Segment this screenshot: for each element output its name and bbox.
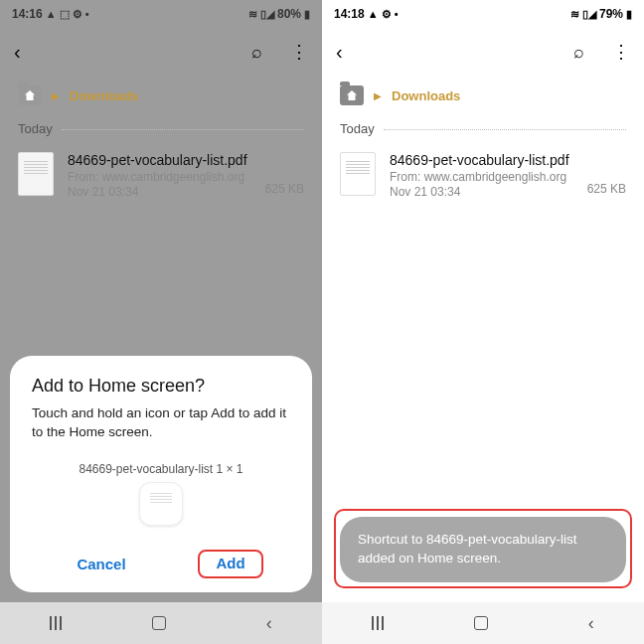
- file-source: From: www.cambridgeenglish.org: [390, 170, 573, 184]
- signal-icon: ▯◢: [260, 8, 274, 21]
- more-icon[interactable]: ⋮: [612, 41, 630, 63]
- battery-icon: ▮: [626, 8, 632, 21]
- signal-icon: ▯◢: [582, 8, 596, 21]
- add-to-home-dialog: Add to Home screen? Touch and hold an ic…: [10, 356, 312, 592]
- nav-back[interactable]: ‹: [588, 613, 594, 634]
- file-source: From: www.cambridgeenglish.org: [68, 170, 251, 184]
- dialog-description: Touch and hold an icon or tap Add to add…: [32, 404, 290, 442]
- wifi-icon: ≋: [248, 8, 257, 21]
- breadcrumb[interactable]: ▶ Downloads: [322, 76, 644, 115]
- breadcrumb-downloads: Downloads: [392, 88, 460, 103]
- breadcrumb-downloads: Downloads: [70, 88, 138, 103]
- navigation-bar: ‹: [0, 602, 322, 644]
- nav-recents[interactable]: [372, 616, 374, 630]
- add-button[interactable]: Add: [198, 550, 262, 578]
- battery-icon: ▮: [304, 8, 310, 21]
- file-row[interactable]: 84669-pet-vocabulary-list.pdf From: www.…: [0, 142, 322, 209]
- status-time: 14:18: [334, 7, 365, 21]
- file-row[interactable]: 84669-pet-vocabulary-list.pdf From: www.…: [322, 142, 644, 209]
- file-name: 84669-pet-vocabulary-list.pdf: [390, 152, 573, 168]
- preview-label: 84669-pet-vocabulary-list 1 × 1: [79, 462, 242, 476]
- chevron-right-icon: ▶: [52, 90, 60, 101]
- battery-percent: 80%: [277, 7, 301, 21]
- phone-right: 14:18 ▲ ⚙ • ≋ ▯◢ 79% ▮ ‹ ⌕ ⋮ ▶ Downloads…: [322, 0, 644, 644]
- battery-percent: 79%: [599, 7, 623, 21]
- home-folder-icon: [340, 85, 364, 105]
- search-icon[interactable]: ⌕: [573, 42, 584, 63]
- file-date: Nov 21 03:34: [390, 185, 573, 199]
- status-indicators: ▲ ⬚ ⚙ •: [46, 8, 89, 21]
- back-button[interactable]: ‹: [336, 41, 343, 64]
- wifi-icon: ≋: [570, 8, 579, 21]
- home-folder-icon: [18, 85, 42, 105]
- nav-home[interactable]: [474, 616, 488, 630]
- status-bar: 14:18 ▲ ⚙ • ≋ ▯◢ 79% ▮: [322, 0, 644, 28]
- more-icon[interactable]: ⋮: [290, 41, 308, 63]
- file-thumbnail-icon: [18, 152, 54, 196]
- navigation-bar: ‹: [322, 602, 644, 644]
- app-bar: ‹ ⌕ ⋮: [322, 28, 644, 76]
- nav-recents[interactable]: [50, 616, 52, 630]
- status-indicators: ▲ ⚙ •: [368, 8, 399, 21]
- file-date: Nov 21 03:34: [68, 185, 251, 199]
- cancel-button[interactable]: Cancel: [59, 550, 143, 578]
- status-time: 14:16: [12, 7, 43, 21]
- file-name: 84669-pet-vocabulary-list.pdf: [68, 152, 251, 168]
- file-size: 625 KB: [587, 182, 626, 196]
- status-bar: 14:16 ▲ ⬚ ⚙ • ≋ ▯◢ 80% ▮: [0, 0, 322, 28]
- search-icon[interactable]: ⌕: [251, 42, 262, 63]
- preview-icon[interactable]: [139, 482, 183, 526]
- toast-message: Shortcut to 84669-pet-vocabulary-list ad…: [340, 517, 626, 582]
- phone-left: 14:16 ▲ ⬚ ⚙ • ≋ ▯◢ 80% ▮ ‹ ⌕ ⋮ ▶ Downloa…: [0, 0, 322, 644]
- file-thumbnail-icon: [340, 152, 376, 196]
- breadcrumb[interactable]: ▶ Downloads: [0, 76, 322, 115]
- dialog-title: Add to Home screen?: [32, 376, 290, 397]
- date-header: Today: [322, 115, 644, 142]
- dialog-preview[interactable]: 84669-pet-vocabulary-list 1 × 1: [32, 462, 290, 526]
- nav-back[interactable]: ‹: [266, 613, 272, 634]
- date-header: Today: [0, 115, 322, 142]
- file-size: 625 KB: [265, 182, 304, 196]
- back-button[interactable]: ‹: [14, 41, 21, 64]
- app-bar: ‹ ⌕ ⋮: [0, 28, 322, 76]
- nav-home[interactable]: [152, 616, 166, 630]
- chevron-right-icon: ▶: [374, 90, 382, 101]
